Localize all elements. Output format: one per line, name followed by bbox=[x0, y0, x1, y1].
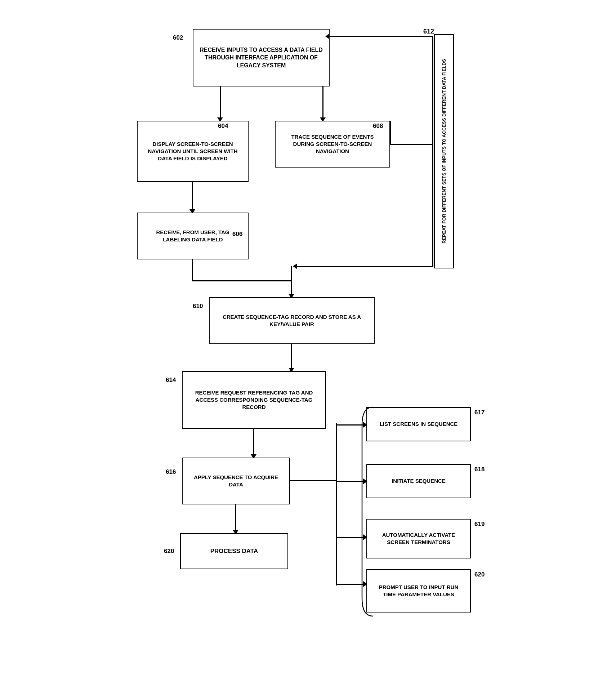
node-614-text: RECEIVE REQUEST REFERENCING TAG AND ACCE… bbox=[188, 389, 320, 411]
node-608-label: 608 bbox=[373, 122, 383, 130]
node-602-label: 602 bbox=[173, 34, 183, 41]
node-602: RECEIVE INPUTS TO ACCESS A DATA FIELD TH… bbox=[193, 29, 330, 86]
node-620b-label: 620 bbox=[164, 548, 174, 555]
node-620-text: PROMPT USER TO INPUT RUN TIME PARAMETER … bbox=[372, 584, 465, 598]
node-604-label: 604 bbox=[218, 122, 228, 130]
node-619-text: AUTOMATICALLY ACTIVATE SCREEN TERMINATOR… bbox=[372, 531, 465, 546]
node-616: APPLY SEQUENCE TO ACQUIRE DATA bbox=[182, 458, 290, 504]
node-619-label: 619 bbox=[474, 521, 485, 528]
node-617-label: 617 bbox=[474, 409, 485, 416]
node-616-label: 616 bbox=[166, 468, 176, 476]
node-process-data-text: PROCESS DATA bbox=[210, 547, 258, 556]
node-610: CREATE SEQUENCE-TAG RECORD AND STORE AS … bbox=[209, 297, 375, 344]
node-612-rotated: REPEAT FOR DIFFERENT SETS OF INPUTS TO A… bbox=[434, 34, 454, 268]
node-618-text: INITIATE SEQUENCE bbox=[392, 477, 446, 485]
node-616-text: APPLY SEQUENCE TO ACQUIRE DATA bbox=[188, 474, 284, 489]
node-602-text: RECEIVE INPUTS TO ACCESS A DATA FIELD TH… bbox=[198, 46, 324, 70]
node-617: LIST SCREENS IN SEQUENCE bbox=[366, 407, 471, 441]
node-610-label: 610 bbox=[193, 303, 203, 310]
node-604: DISPLAY SCREEN-TO-SCREEN NAVIGATION UNTI… bbox=[137, 121, 249, 182]
node-process-data: PROCESS DATA bbox=[180, 533, 288, 569]
node-612-label: 612 bbox=[423, 28, 434, 35]
node-606-label: 606 bbox=[232, 231, 242, 238]
flowchart-diagram: RECEIVE INPUTS TO ACCESS A DATA FIELD TH… bbox=[110, 14, 506, 670]
node-619: AUTOMATICALLY ACTIVATE SCREEN TERMINATOR… bbox=[366, 519, 471, 558]
node-620: PROMPT USER TO INPUT RUN TIME PARAMETER … bbox=[366, 569, 471, 612]
node-617-text: LIST SCREENS IN SEQUENCE bbox=[380, 420, 458, 428]
node-606: RECEIVE, FROM USER, TAG LABELING DATA FI… bbox=[137, 213, 249, 259]
node-604-text: DISPLAY SCREEN-TO-SCREEN NAVIGATION UNTI… bbox=[143, 141, 243, 162]
node-608-text: TRACE SEQUENCE OF EVENTS DURING SCREEN-T… bbox=[281, 133, 384, 155]
node-614-label: 614 bbox=[166, 377, 176, 384]
node-618-label: 618 bbox=[474, 466, 485, 473]
node-618: INITIATE SEQUENCE bbox=[366, 464, 471, 498]
node-620-label: 620 bbox=[474, 571, 485, 578]
node-610-text: CREATE SEQUENCE-TAG RECORD AND STORE AS … bbox=[215, 313, 369, 328]
node-614: RECEIVE REQUEST REFERENCING TAG AND ACCE… bbox=[182, 371, 326, 429]
node-606-text: RECEIVE, FROM USER, TAG LABELING DATA FI… bbox=[143, 229, 243, 244]
bracket-svg bbox=[360, 404, 375, 620]
